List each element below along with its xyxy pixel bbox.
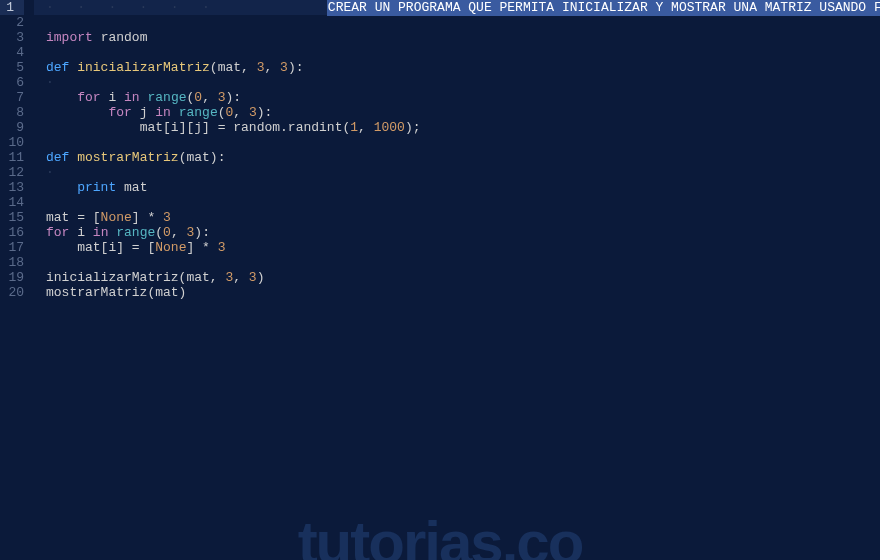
line-number: 16 — [0, 225, 24, 240]
line-number: 4 — [0, 45, 24, 60]
code-line[interactable]: mat[i] = [None] * 3 — [46, 240, 880, 255]
code-line[interactable] — [46, 135, 880, 150]
line-number: 20 — [0, 285, 24, 300]
code-line[interactable]: mostrarMatriz(mat) — [46, 285, 880, 300]
code-line[interactable]: print mat — [46, 180, 880, 195]
line-number: 2 — [0, 15, 24, 30]
code-area[interactable]: · · · · · · CREAR UN PROGRAMA QUE PERMIT… — [34, 0, 880, 300]
code-editor[interactable]: 1 2 3 4 5 6 7 8 9 10 11 12 13 14 15 16 1… — [0, 0, 880, 300]
line-number: 3 — [0, 30, 24, 45]
code-line[interactable]: · · · · · · CREAR UN PROGRAMA QUE PERMIT… — [46, 0, 880, 15]
line-number: 8 — [0, 105, 24, 120]
code-line[interactable]: inicializarMatriz(mat, 3, 3) — [46, 270, 880, 285]
code-line[interactable]: def mostrarMatriz(mat): — [46, 150, 880, 165]
line-number: 6 — [0, 75, 24, 90]
code-line[interactable]: · — [46, 165, 880, 180]
line-number: 5 — [0, 60, 24, 75]
line-number: 13 — [0, 180, 24, 195]
code-line[interactable]: mat = [None] * 3 — [46, 210, 880, 225]
watermark-text: tutorias.co — [0, 535, 880, 550]
code-line[interactable]: for i in range(0, 3): — [46, 225, 880, 240]
code-line[interactable]: import random — [46, 30, 880, 45]
line-number: 11 — [0, 150, 24, 165]
line-number: 17 — [0, 240, 24, 255]
line-number: 9 — [0, 120, 24, 135]
code-line[interactable]: for i in range(0, 3): — [46, 90, 880, 105]
code-line[interactable] — [46, 45, 880, 60]
line-number: 10 — [0, 135, 24, 150]
code-line[interactable]: def inicializarMatriz(mat, 3, 3): — [46, 60, 880, 75]
line-number: 14 — [0, 195, 24, 210]
code-line[interactable]: · — [46, 75, 880, 90]
line-number: 19 — [0, 270, 24, 285]
line-number: 12 — [0, 165, 24, 180]
line-number: 15 — [0, 210, 24, 225]
code-line[interactable]: mat[i][j] = random.randint(1, 1000); — [46, 120, 880, 135]
line-number: 18 — [0, 255, 24, 270]
line-number: 7 — [0, 90, 24, 105]
line-gutter: 1 2 3 4 5 6 7 8 9 10 11 12 13 14 15 16 1… — [0, 0, 34, 300]
line-number-current: 1 — [0, 0, 24, 15]
code-line[interactable] — [46, 195, 880, 210]
code-line[interactable] — [46, 15, 880, 30]
code-line[interactable] — [46, 255, 880, 270]
code-line[interactable]: for j in range(0, 3): — [46, 105, 880, 120]
selected-comment-text: CREAR UN PROGRAMA QUE PERMITA INICIALIZA… — [327, 0, 880, 16]
